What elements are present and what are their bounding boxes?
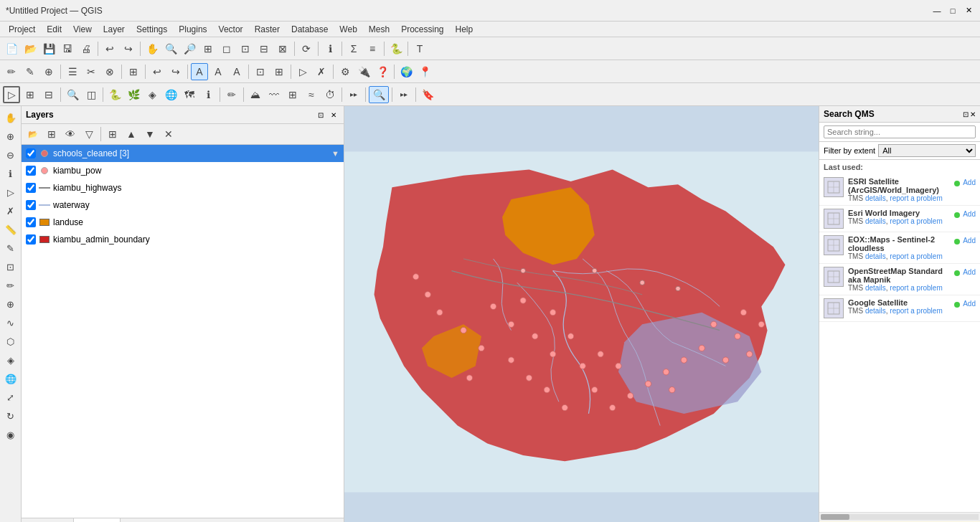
layers-float-button[interactable]: ⊡: [315, 109, 326, 120]
qms-search-input[interactable]: [824, 125, 976, 138]
node-tool[interactable]: ◉: [2, 426, 19, 443]
layers-open-btn[interactable]: 📂: [24, 125, 42, 143]
menu-processing[interactable]: Processing: [395, 23, 449, 36]
zoom-layer-button[interactable]: ◻: [218, 40, 235, 57]
edit-btn2[interactable]: ✂: [83, 63, 100, 80]
qms-details-link-eox-sentinel[interactable]: details: [865, 252, 886, 260]
edit-btn1[interactable]: ☰: [64, 63, 81, 80]
layers-add-btn[interactable]: ⊞: [104, 125, 121, 143]
save-as-button[interactable]: 🖫: [59, 40, 76, 57]
edit-btn3[interactable]: ⊗: [101, 63, 118, 80]
annotate-tool[interactable]: ✎: [2, 239, 19, 257]
qms-item-esri-world[interactable]: Esri World ImageryTMS details, report a …: [819, 206, 980, 232]
label3-btn[interactable]: A: [209, 63, 227, 80]
save-project-button[interactable]: 💾: [40, 40, 57, 57]
redo2-btn[interactable]: ↪: [167, 63, 184, 80]
menu-project[interactable]: Project: [3, 23, 41, 36]
tool3[interactable]: ⊟: [40, 86, 57, 103]
qms-report-link-esri-arcgis[interactable]: report a problem: [890, 194, 942, 202]
layer-checkbox-kiambu_highways[interactable]: [26, 183, 36, 193]
stats-button[interactable]: ≡: [364, 40, 381, 57]
qms-add-btn-google-satellite[interactable]: Add: [963, 300, 976, 308]
menu-settings[interactable]: Settings: [131, 23, 173, 36]
model-btn[interactable]: ◈: [143, 86, 161, 103]
qms-filter-select[interactable]: All Visible extent: [878, 144, 976, 157]
menu-vector[interactable]: Vector: [213, 23, 249, 36]
layer-item-waterway[interactable]: waterway: [22, 196, 344, 214]
menu-mesh[interactable]: Mesh: [363, 23, 395, 36]
refresh-button[interactable]: ⟳: [298, 40, 315, 57]
qms-details-link-esri-world[interactable]: details: [865, 217, 886, 225]
undo2-btn[interactable]: ↩: [149, 63, 166, 80]
edit-tool[interactable]: ✏: [2, 277, 19, 294]
map-btn[interactable]: 🗺: [181, 86, 198, 103]
bookmark-btn[interactable]: 🔖: [419, 86, 436, 103]
minimize-button[interactable]: —: [931, 5, 943, 16]
geo-btn1[interactable]: 🌍: [397, 63, 415, 80]
diagram-btn[interactable]: ⊡: [252, 63, 269, 80]
qms-report-link-esri-world[interactable]: report a problem: [890, 217, 942, 225]
qms-report-link-google-satellite[interactable]: report a problem: [890, 307, 942, 315]
pan-button[interactable]: ✋: [143, 40, 161, 57]
layers-remove-btn[interactable]: ✕: [160, 125, 177, 143]
grass-btn[interactable]: 🌿: [125, 86, 142, 103]
label-button[interactable]: T: [411, 40, 428, 57]
menu-view[interactable]: View: [67, 23, 98, 36]
layer-checkbox-schools[interactable]: [26, 148, 36, 158]
digitize-btn1[interactable]: ✏: [3, 63, 20, 80]
zoom-out-tool[interactable]: ⊖: [2, 146, 19, 163]
python2-btn[interactable]: 🐍: [106, 86, 123, 103]
zoom-full-button[interactable]: ⊞: [199, 40, 217, 57]
mesh-btn[interactable]: ⊞: [284, 86, 301, 103]
select-tool[interactable]: ▷: [3, 86, 20, 103]
print-button[interactable]: 🖨: [77, 40, 95, 57]
temporal-btn[interactable]: ⏱: [321, 86, 339, 103]
qms-item-osm[interactable]: OpenStreetMap Standard aka MapnikTMS det…: [819, 264, 980, 295]
deselect-tool[interactable]: ✗: [2, 202, 19, 219]
select-btn[interactable]: ▷: [294, 63, 311, 80]
redo-button[interactable]: ↪: [120, 40, 137, 57]
digitize-btn3[interactable]: ⊕: [40, 63, 57, 80]
zoom-native-button[interactable]: ⊟: [255, 40, 273, 57]
qms-add-btn-eox-sentinel[interactable]: Add: [963, 237, 976, 245]
spatial-query-tool[interactable]: ⊡: [2, 258, 19, 275]
layer-item-kiambu_highways[interactable]: kiambu_highways: [22, 179, 344, 196]
qms-details-link-osm[interactable]: details: [865, 284, 886, 292]
label2-btn[interactable]: A: [191, 63, 208, 80]
menu-raster[interactable]: Raster: [249, 23, 286, 36]
move-feature-tool[interactable]: ⤢: [2, 389, 19, 406]
layers-filter-btn[interactable]: ⊞: [43, 125, 60, 143]
qms-add-btn-esri-arcgis[interactable]: Add: [963, 179, 976, 186]
identify-button[interactable]: ℹ: [321, 40, 339, 57]
qms-details-link-esri-arcgis[interactable]: details: [865, 194, 886, 202]
info-btn[interactable]: ℹ: [199, 86, 217, 103]
qms-item-esri-arcgis[interactable]: ESRI Satellite (ArcGIS/World_Imagery)TMS…: [819, 174, 980, 206]
qms-details-link-google-satellite[interactable]: details: [865, 307, 886, 315]
pan-to-selection-button[interactable]: ⊠: [274, 40, 291, 57]
measure-tool[interactable]: 📏: [2, 221, 19, 238]
layers-filter2-btn[interactable]: ▽: [80, 125, 98, 143]
new-project-button[interactable]: 📄: [3, 40, 20, 57]
layer-checkbox-kiambu_admin[interactable]: [26, 234, 36, 245]
layers-up-btn[interactable]: ▲: [123, 125, 140, 143]
maximize-button[interactable]: □: [947, 5, 958, 16]
more2-btn[interactable]: ▸▸: [395, 86, 413, 103]
menu-web[interactable]: Web: [334, 23, 362, 36]
geo-btn2[interactable]: 📍: [416, 63, 433, 80]
vertex-tool[interactable]: ◈: [2, 351, 19, 369]
plugin-btn1[interactable]: ⚙: [336, 63, 354, 80]
qms-add-btn-osm[interactable]: Add: [963, 268, 976, 276]
menu-edit[interactable]: Edit: [41, 23, 67, 36]
add-polygon-tool[interactable]: ⬡: [2, 333, 19, 350]
tab-browser[interactable]: Browser: [22, 518, 74, 522]
plugin-btn2[interactable]: 🔌: [355, 63, 372, 80]
pan-tool[interactable]: ✋: [2, 109, 19, 126]
close-button[interactable]: ✕: [963, 5, 974, 16]
qms-item-google-satellite[interactable]: Google SatelliteTMS details, report a pr…: [819, 295, 980, 322]
draw-btn1[interactable]: ✏: [223, 86, 240, 103]
layer-checkbox-landuse[interactable]: [26, 217, 36, 227]
qms-scrollbar[interactable]: [819, 512, 980, 521]
qms-close-btn[interactable]: ✕: [970, 110, 976, 118]
globe-btn[interactable]: 🌐: [162, 86, 179, 103]
python-button[interactable]: 🐍: [387, 40, 405, 57]
